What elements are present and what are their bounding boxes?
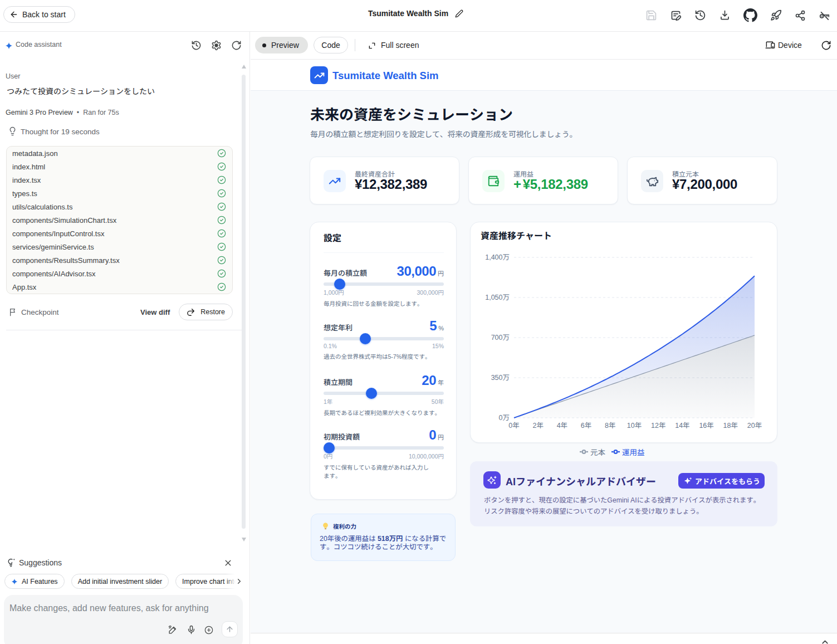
svg-text:10年: 10年	[627, 422, 642, 430]
svg-text:1,050万: 1,050万	[485, 294, 510, 301]
svg-text:20年: 20年	[747, 422, 762, 430]
svg-text:12年: 12年	[651, 422, 665, 430]
svg-text:16年: 16年	[699, 422, 713, 430]
svg-text:4年: 4年	[557, 422, 567, 430]
svg-text:350万: 350万	[491, 374, 510, 382]
svg-text:0年: 0年	[508, 422, 519, 430]
svg-text:0万: 0万	[499, 414, 510, 422]
svg-text:18年: 18年	[723, 422, 738, 430]
svg-text:14年: 14年	[675, 422, 689, 430]
svg-text:1,400万: 1,400万	[485, 253, 510, 261]
svg-text:8年: 8年	[605, 422, 615, 430]
svg-text:2年: 2年	[532, 422, 543, 430]
svg-text:700万: 700万	[491, 334, 510, 341]
svg-text:6年: 6年	[581, 422, 591, 430]
